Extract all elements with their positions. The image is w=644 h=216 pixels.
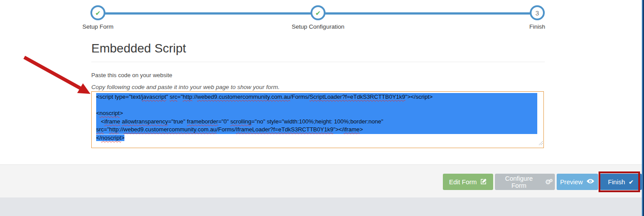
title-divider xyxy=(91,62,545,62)
footer-action-bar: Edit Form Configure Form ⚙⚙ Preview xyxy=(0,164,644,197)
check-icon: ✔ xyxy=(95,10,101,16)
configure-form-label: Configure Form xyxy=(498,175,540,189)
check-icon: ✔ xyxy=(315,10,321,16)
edit-form-label: Edit Form xyxy=(449,179,477,186)
step-number: 3 xyxy=(535,10,539,16)
embed-code-content: <script type="text/javascript" src="http… xyxy=(96,93,543,142)
code-line xyxy=(96,101,537,110)
preview-button[interactable]: Preview xyxy=(557,174,598,190)
page-title: Embedded Script xyxy=(91,41,186,56)
stepper-step-1-circle: ✔ xyxy=(90,5,105,20)
copy-code-hint: Copy following code and paste it into yo… xyxy=(91,84,280,90)
bottom-strip xyxy=(0,197,644,216)
code-line: src="http://webed9.customercommunity.com… xyxy=(96,126,537,134)
preview-label: Preview xyxy=(560,179,583,186)
gears-icon: ⚙⚙ xyxy=(544,178,552,186)
stepper-step-2-circle: ✔ xyxy=(311,5,326,20)
eye-icon xyxy=(586,178,595,186)
check-icon: ✔ xyxy=(629,179,634,185)
wizard-finish-page: ✔ ✔ 3 Setup Form Setup Configuration Fin… xyxy=(0,0,644,216)
finish-label: Finish xyxy=(608,179,625,186)
stepper-label-setup-configuration: Setup Configuration xyxy=(265,23,371,30)
code-line: </noscript> xyxy=(96,134,543,142)
annotation-arrow xyxy=(0,0,101,101)
footer-buttons: Edit Form Configure Form ⚙⚙ Preview xyxy=(443,174,642,190)
textarea-resize-handle[interactable] xyxy=(538,139,543,147)
code-line: <noscript> xyxy=(96,109,537,118)
stepper-label-finish: Finish xyxy=(484,23,590,30)
finish-button[interactable]: Finish ✔ xyxy=(600,174,642,190)
instruction-label: Paste this code on your website xyxy=(91,72,172,78)
code-line: <script type="text/javascript" src="http… xyxy=(96,93,537,101)
configure-form-button[interactable]: Configure Form ⚙⚙ xyxy=(495,174,555,190)
code-line: <iframe allowtransparency="true" framebo… xyxy=(96,118,537,126)
edit-form-button[interactable]: Edit Form xyxy=(443,174,493,190)
stepper-label-setup-form: Setup Form xyxy=(45,23,151,30)
edit-icon xyxy=(480,178,487,186)
stepper-step-3-circle: 3 xyxy=(530,5,545,20)
embed-code-textarea[interactable]: <script type="text/javascript" src="http… xyxy=(91,91,544,148)
